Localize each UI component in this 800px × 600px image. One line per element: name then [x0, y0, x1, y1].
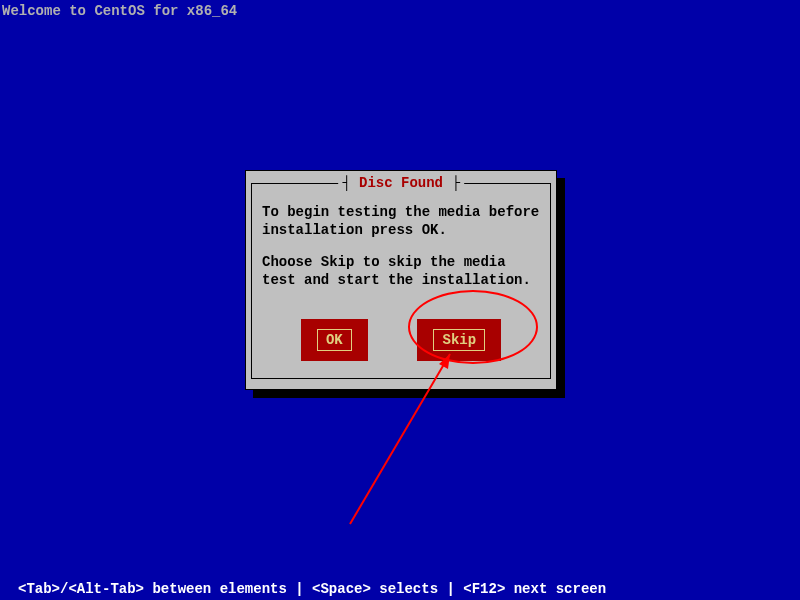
- dialog-text-2: Choose Skip to skip the media test and s…: [262, 253, 540, 289]
- dialog-title: ┤ Disc Found ├: [338, 175, 464, 191]
- ok-button[interactable]: OK: [301, 319, 368, 361]
- dialog-title-text: Disc Found: [359, 175, 443, 191]
- footer-hint: <Tab>/<Alt-Tab> between elements | <Spac…: [18, 581, 606, 597]
- dialog-text-1: To begin testing the media before instal…: [262, 203, 540, 239]
- skip-button[interactable]: Skip: [417, 319, 501, 361]
- skip-button-shadow: Skip: [417, 319, 501, 361]
- ok-button-shadow: OK: [301, 319, 368, 361]
- title-bracket-left: ┤: [342, 175, 359, 191]
- header-title: Welcome to CentOS for x86_64: [0, 0, 800, 22]
- dialog-body: To begin testing the media before instal…: [262, 203, 540, 289]
- ok-button-label: OK: [317, 329, 352, 351]
- skip-button-label: Skip: [433, 329, 485, 351]
- button-row: OK Skip: [246, 319, 556, 361]
- disc-found-dialog: ┤ Disc Found ├ To begin testing the medi…: [245, 170, 557, 390]
- title-bracket-right: ├: [443, 175, 460, 191]
